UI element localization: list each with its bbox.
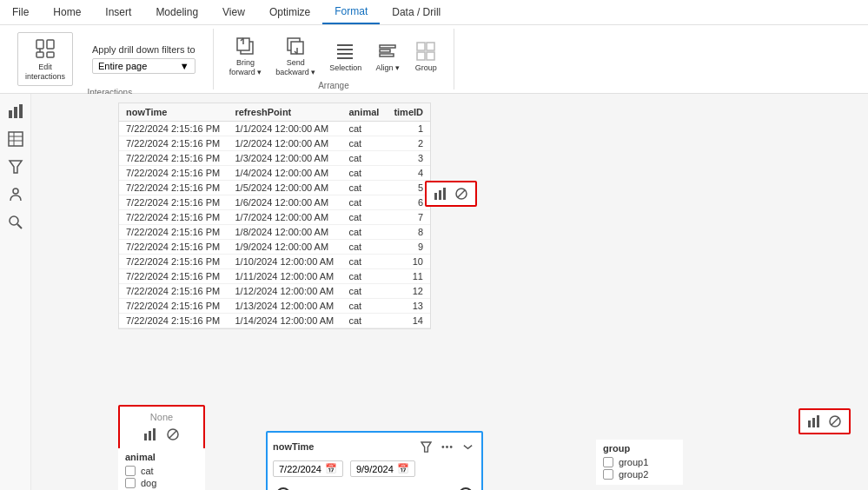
sidebar-icon-table[interactable]: [5, 129, 26, 149]
tab-view[interactable]: View: [210, 0, 257, 24]
cell-refreshpoint: 1/5/2024 12:00:00 AM: [228, 181, 341, 195]
sidebar-icon-search[interactable]: [5, 212, 26, 233]
animal-checkbox-dog[interactable]: [125, 478, 136, 488]
cell-refreshpoint: 1/14/2024 12:00:00 AM: [228, 314, 341, 328]
drill-filter-select[interactable]: Entire page ▼: [92, 58, 195, 74]
svg-rect-50: [812, 418, 815, 427]
animal-item-cat: cat: [125, 466, 198, 476]
slicer-controls: [125, 426, 198, 443]
svg-rect-25: [14, 107, 17, 118]
col-header-refreshpoint: refreshPoint: [228, 103, 341, 122]
selection-icon: [334, 39, 358, 63]
cell-refreshpoint: 1/8/2024 12:00:00 AM: [228, 225, 341, 240]
group-slicer: group group1 group2: [596, 440, 683, 485]
slicer-disable-icon[interactable]: [164, 426, 182, 443]
tab-home[interactable]: Home: [41, 0, 93, 24]
date-inputs: 7/22/2024 📅 9/9/2024 📅: [273, 460, 476, 477]
ribbon: File Home Insert Modeling View Optimize …: [0, 0, 868, 94]
calendar-icon: 📅: [325, 463, 337, 474]
date-end-value: 9/9/2024: [356, 464, 394, 474]
svg-rect-42: [153, 428, 156, 440]
edit-interactions-button[interactable]: Editinteractions: [17, 32, 73, 86]
group-button[interactable]: Group: [408, 37, 443, 74]
group-label: Group: [415, 63, 437, 72]
cell-animal: cat: [342, 314, 387, 328]
cell-animal: cat: [342, 181, 387, 195]
svg-rect-27: [9, 132, 23, 146]
cell-timeid: 3: [387, 151, 430, 166]
send-backward-button[interactable]: Sendbackward ▾: [270, 32, 321, 79]
cell-timeid: 13: [387, 299, 430, 314]
cell-refreshpoint: 1/7/2024 12:00:00 AM: [228, 210, 341, 225]
cell-nowtime: 7/22/2024 2:15:16 PM: [119, 166, 228, 181]
slicer-chart-icon[interactable]: [142, 426, 159, 443]
tab-format[interactable]: Format: [322, 0, 380, 24]
tab-file[interactable]: File: [0, 0, 41, 24]
table-row: 7/22/2024 2:15:16 PM 1/2/2024 12:00:00 A…: [119, 136, 430, 151]
tab-optimize[interactable]: Optimize: [257, 0, 322, 24]
date-end-input[interactable]: 9/9/2024 📅: [350, 460, 415, 477]
col-header-timeid: timeID: [387, 103, 430, 122]
group-checkbox-2[interactable]: [603, 469, 613, 480]
group-item-1: group1: [603, 457, 676, 467]
edit-interactions-label: Editinteractions: [25, 63, 65, 82]
ribbon-group-interactions: Editinteractions Apply drill down filter…: [7, 29, 214, 89]
svg-rect-2: [36, 52, 43, 57]
align-icon: [375, 39, 400, 63]
align-button[interactable]: Align ▾: [370, 37, 405, 74]
col-header-animal: animal: [342, 103, 387, 122]
ribbon-group-arrange: Bringforward ▾ Sendbackward ▾: [214, 29, 455, 89]
sidebar-icon-filter[interactable]: [5, 156, 26, 177]
svg-rect-20: [417, 43, 425, 50]
date-more-icon[interactable]: [438, 438, 455, 455]
cell-timeid: 12: [387, 284, 430, 299]
cell-nowtime: 7/22/2024 2:15:16 PM: [119, 314, 228, 328]
bring-forward-button[interactable]: Bringforward ▾: [224, 32, 268, 79]
cell-refreshpoint: 1/13/2024 12:00:00 AM: [228, 299, 341, 314]
cell-animal: cat: [342, 210, 387, 225]
cell-nowtime: 7/22/2024 2:15:16 PM: [119, 225, 228, 240]
cell-nowtime: 7/22/2024 2:15:16 PM: [119, 151, 228, 166]
cell-animal: cat: [342, 255, 387, 269]
group-checkbox-1[interactable]: [603, 457, 613, 467]
svg-rect-18: [380, 50, 390, 52]
svg-point-48: [449, 446, 452, 448]
tab-insert[interactable]: Insert: [93, 0, 143, 24]
cell-nowtime: 7/22/2024 2:15:16 PM: [119, 195, 228, 210]
far-right-chart-icon[interactable]: [805, 413, 823, 430]
table-row: 7/22/2024 2:15:16 PM 1/5/2024 12:00:00 A…: [119, 181, 430, 195]
dropdown-arrow-icon: ▼: [180, 61, 189, 71]
date-slicer-title: nowTime: [273, 441, 314, 452]
tab-data-drill[interactable]: Data / Drill: [380, 0, 453, 24]
svg-rect-23: [427, 52, 434, 60]
cell-refreshpoint: 1/6/2024 12:00:00 AM: [228, 195, 341, 210]
cell-nowtime: 7/22/2024 2:15:16 PM: [119, 269, 228, 284]
date-expand-icon[interactable]: [459, 438, 476, 455]
animal-slicer-title: animal: [125, 452, 198, 462]
animal-checkbox-cat[interactable]: [125, 466, 136, 476]
cell-timeid: 7: [387, 210, 430, 225]
sidebar-icon-chart[interactable]: [5, 101, 26, 122]
svg-line-39: [458, 190, 465, 197]
cell-nowtime: 7/22/2024 2:15:16 PM: [119, 210, 228, 225]
group-icon: [414, 39, 438, 63]
cell-animal: cat: [342, 269, 387, 284]
sidebar-icon-person[interactable]: [5, 184, 26, 205]
calendar-icon-end: 📅: [397, 463, 409, 474]
cell-nowtime: 7/22/2024 2:15:16 PM: [119, 255, 228, 269]
date-start-input[interactable]: 7/22/2024 📅: [273, 460, 343, 477]
svg-rect-51: [817, 415, 819, 427]
svg-point-47: [446, 446, 448, 448]
tab-modeling[interactable]: Modeling: [143, 0, 210, 24]
svg-rect-22: [417, 52, 425, 60]
send-backward-icon: [283, 34, 308, 58]
visual-disable-icon[interactable]: [453, 185, 470, 202]
svg-line-53: [832, 418, 838, 425]
far-right-disable-icon[interactable]: [826, 413, 844, 430]
visual-chart-icon[interactable]: [432, 185, 449, 202]
drill-filter-section: Apply drill down filters to Entire page …: [85, 44, 202, 74]
selection-button[interactable]: Selection: [324, 37, 367, 74]
cell-refreshpoint: 1/4/2024 12:00:00 AM: [228, 166, 341, 181]
animal-item-dog: dog: [125, 478, 198, 488]
date-filter-icon[interactable]: [417, 438, 434, 455]
